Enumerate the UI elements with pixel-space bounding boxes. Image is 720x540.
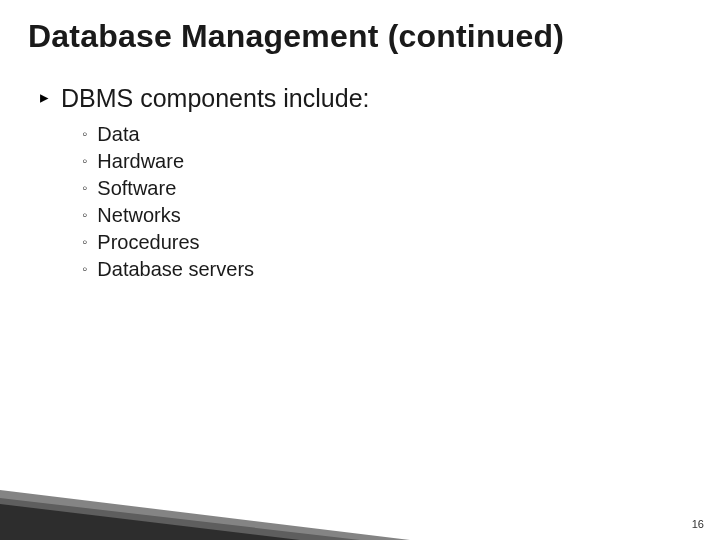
circle-bullet-icon: ◦: [82, 121, 87, 147]
slide: Database Management (continued) ▸ DBMS c…: [0, 0, 720, 540]
circle-bullet-icon: ◦: [82, 229, 87, 255]
slide-title: Database Management (continued): [28, 18, 692, 55]
list-item: ◦ Networks: [82, 202, 692, 228]
list-item-text: Data: [97, 121, 139, 147]
page-number: 16: [692, 518, 704, 530]
heading-text: DBMS components include:: [61, 81, 369, 115]
item-list: ◦ Data ◦ Hardware ◦ Software ◦ Networks …: [82, 121, 692, 282]
list-item-text: Database servers: [97, 256, 254, 282]
list-item-text: Hardware: [97, 148, 184, 174]
corner-decoration-icon: [0, 460, 420, 540]
list-item: ◦ Data: [82, 121, 692, 147]
svg-marker-0: [0, 498, 360, 540]
list-item-text: Procedures: [97, 229, 199, 255]
list-item: ◦ Hardware: [82, 148, 692, 174]
circle-bullet-icon: ◦: [82, 175, 87, 201]
svg-marker-1: [0, 490, 410, 540]
list-item-text: Software: [97, 175, 176, 201]
svg-marker-2: [0, 504, 300, 540]
heading-row: ▸ DBMS components include:: [40, 81, 692, 115]
list-item: ◦ Software: [82, 175, 692, 201]
triangle-bullet-icon: ▸: [40, 81, 49, 115]
list-item-text: Networks: [97, 202, 180, 228]
list-item: ◦ Database servers: [82, 256, 692, 282]
circle-bullet-icon: ◦: [82, 202, 87, 228]
circle-bullet-icon: ◦: [82, 256, 87, 282]
circle-bullet-icon: ◦: [82, 148, 87, 174]
list-item: ◦ Procedures: [82, 229, 692, 255]
